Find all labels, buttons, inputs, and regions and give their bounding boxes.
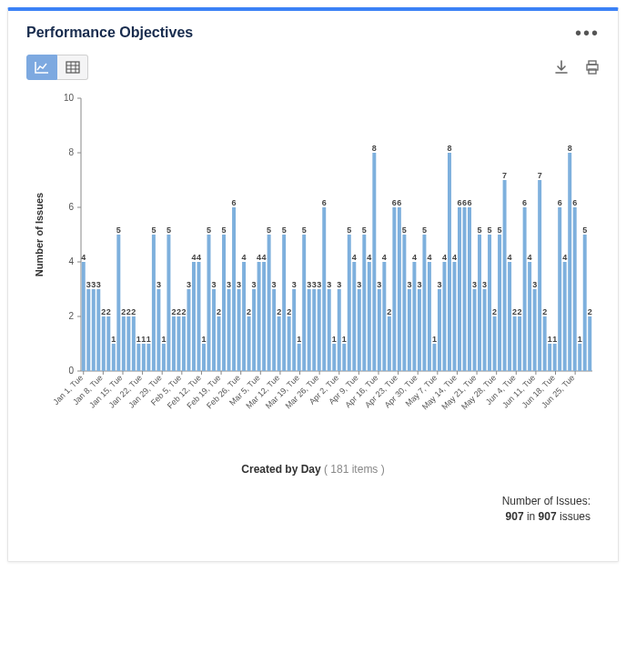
svg-text:2: 2: [131, 307, 136, 316]
svg-rect-112: [318, 289, 321, 371]
svg-text:4: 4: [81, 253, 86, 262]
svg-rect-176: [478, 235, 481, 371]
card-header: Performance Objectives •••: [8, 11, 618, 49]
svg-rect-80: [237, 289, 241, 371]
download-icon: [554, 60, 569, 75]
svg-rect-180: [488, 235, 491, 371]
svg-text:8: 8: [568, 144, 572, 153]
card-title: Performance Objectives: [26, 25, 193, 41]
svg-text:3: 3: [337, 280, 341, 289]
svg-rect-194: [523, 207, 527, 371]
svg-text:10: 10: [64, 93, 75, 103]
x-axis-title: Created by Day: [241, 463, 320, 476]
svg-text:3: 3: [357, 280, 361, 289]
more-menu-button[interactable]: •••: [575, 24, 600, 42]
svg-rect-204: [548, 344, 551, 371]
svg-rect-158: [432, 344, 436, 371]
svg-text:3: 3: [312, 280, 317, 289]
svg-text:1: 1: [111, 335, 116, 344]
chart-area: 0246810433322152221115315222344153253634…: [8, 89, 618, 485]
svg-text:1: 1: [201, 335, 206, 344]
svg-text:2: 2: [68, 311, 74, 321]
download-button[interactable]: [554, 60, 569, 75]
svg-text:3: 3: [91, 280, 96, 289]
svg-rect-62: [192, 262, 196, 371]
svg-rect-124: [348, 235, 351, 371]
svg-text:4: 4: [528, 253, 532, 262]
svg-rect-34: [122, 316, 126, 371]
svg-rect-100: [288, 316, 291, 371]
svg-text:6: 6: [558, 198, 562, 207]
svg-rect-182: [493, 316, 497, 371]
svg-text:2: 2: [126, 307, 131, 316]
export-icons: [554, 60, 600, 75]
summary-text: Number of Issues: 907 in 907 issues: [8, 485, 618, 561]
svg-text:6: 6: [572, 198, 577, 207]
svg-rect-152: [418, 289, 421, 371]
svg-text:6: 6: [457, 198, 461, 207]
svg-rect-188: [508, 262, 511, 371]
svg-rect-20: [86, 289, 90, 371]
svg-text:4: 4: [367, 253, 371, 262]
svg-text:1: 1: [578, 335, 582, 344]
svg-rect-126: [352, 262, 356, 371]
svg-text:6: 6: [468, 198, 472, 207]
svg-rect-52: [167, 235, 170, 371]
bar-chart: 0246810433322152221115315222344153253634…: [26, 89, 601, 457]
svg-rect-122: [342, 344, 346, 371]
svg-text:1: 1: [548, 335, 552, 344]
svg-text:5: 5: [282, 226, 287, 235]
svg-text:1: 1: [342, 335, 347, 344]
svg-text:3: 3: [407, 280, 411, 289]
svg-text:2: 2: [542, 307, 547, 316]
print-button[interactable]: [585, 60, 600, 75]
svg-rect-98: [282, 235, 286, 371]
svg-rect-118: [332, 344, 336, 371]
svg-rect-104: [298, 344, 301, 371]
svg-text:4: 4: [427, 253, 431, 262]
chart-view-button[interactable]: [26, 55, 57, 80]
svg-text:7: 7: [502, 171, 507, 180]
svg-text:5: 5: [362, 226, 367, 235]
svg-rect-58: [182, 316, 186, 371]
svg-text:4: 4: [242, 253, 247, 262]
svg-text:5: 5: [207, 226, 211, 235]
svg-text:1: 1: [136, 335, 141, 344]
svg-text:4: 4: [452, 253, 457, 262]
svg-rect-144: [398, 207, 401, 371]
svg-rect-96: [278, 316, 281, 371]
svg-rect-28: [106, 316, 110, 371]
svg-text:5: 5: [488, 226, 492, 235]
svg-rect-146: [402, 235, 406, 371]
chart-line-icon: [35, 61, 49, 74]
svg-rect-44: [146, 344, 150, 371]
svg-text:4: 4: [352, 253, 357, 262]
svg-rect-162: [442, 262, 446, 371]
svg-rect-46: [152, 235, 156, 371]
svg-rect-208: [558, 207, 561, 371]
svg-rect-32: [116, 235, 120, 371]
svg-text:1: 1: [432, 335, 437, 344]
svg-text:2: 2: [106, 307, 111, 316]
svg-rect-156: [428, 262, 431, 371]
svg-text:3: 3: [227, 280, 231, 289]
svg-text:3: 3: [472, 280, 477, 289]
svg-rect-172: [468, 207, 471, 371]
svg-text:5: 5: [498, 226, 502, 235]
svg-rect-116: [328, 289, 331, 371]
svg-rect-76: [227, 289, 231, 371]
svg-rect-88: [257, 262, 261, 371]
svg-text:1: 1: [297, 335, 301, 344]
svg-rect-78: [232, 207, 236, 371]
svg-text:4: 4: [257, 253, 261, 262]
svg-rect-120: [338, 289, 341, 371]
table-view-button[interactable]: [57, 55, 88, 80]
svg-text:1: 1: [161, 335, 166, 344]
svg-text:1: 1: [332, 335, 337, 344]
svg-rect-50: [162, 344, 166, 371]
svg-text:6: 6: [68, 202, 74, 212]
svg-text:4: 4: [197, 253, 201, 262]
svg-rect-86: [252, 289, 256, 371]
svg-rect-154: [422, 235, 426, 371]
svg-rect-200: [538, 180, 541, 371]
